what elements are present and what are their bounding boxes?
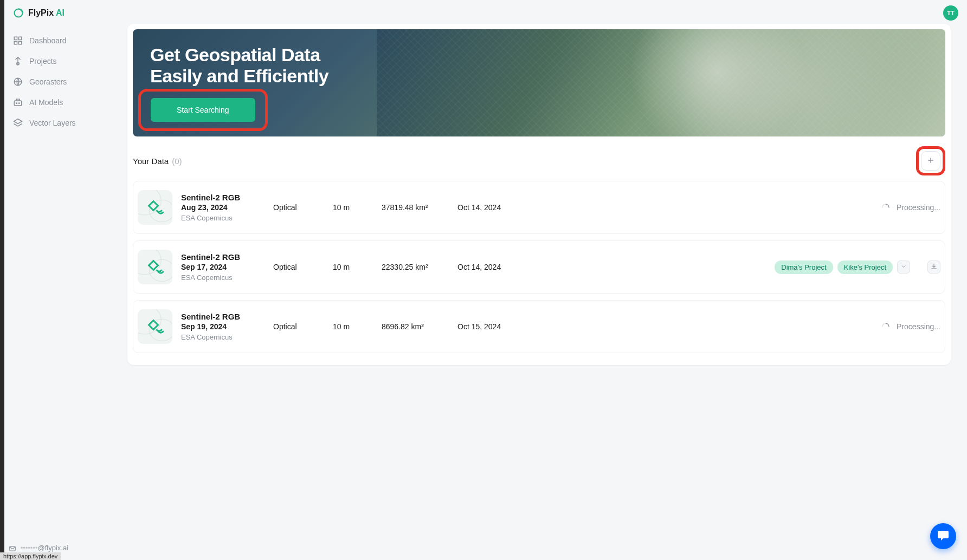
data-area: 37819.48 km² bbox=[382, 203, 457, 212]
sidebar: Dashboard Projects Georasters AI Models … bbox=[4, 26, 126, 138]
project-tag[interactable]: Kike's Project bbox=[837, 261, 893, 274]
data-row[interactable]: Sentinel-2 RGB Sep 17, 2024 ESA Copernic… bbox=[133, 240, 945, 294]
browser-status-tip: https://app.flypix.dev bbox=[0, 552, 61, 560]
hero-title: Get Geospatial Data Easily and Efficient… bbox=[150, 44, 328, 87]
expand-tags-button[interactable] bbox=[897, 261, 910, 274]
data-thumbnail bbox=[138, 250, 172, 284]
data-thumbnail bbox=[138, 190, 172, 225]
sidebar-item-label: Projects bbox=[29, 57, 57, 66]
svg-rect-11 bbox=[149, 261, 158, 270]
footer-email: •••••••@flypix.ai bbox=[9, 544, 68, 552]
chat-button[interactable] bbox=[930, 523, 956, 549]
data-source: ESA Copernicus bbox=[181, 333, 273, 341]
project-tag[interactable]: Dima's Project bbox=[775, 261, 833, 274]
spinner-icon bbox=[881, 322, 890, 331]
data-title: Sentinel-2 RGB bbox=[181, 312, 273, 321]
sidebar-item-label: Georasters bbox=[29, 77, 67, 86]
data-thumbnail bbox=[138, 309, 172, 344]
spinner-icon bbox=[881, 203, 890, 212]
section-title: Your Data (0) bbox=[133, 157, 182, 166]
svg-rect-2 bbox=[19, 37, 22, 40]
data-info: Sentinel-2 RGB Sep 17, 2024 ESA Copernic… bbox=[181, 252, 273, 282]
data-info: Sentinel-2 RGB Aug 23, 2024 ESA Copernic… bbox=[181, 193, 273, 222]
data-list: Sentinel-2 RGB Aug 23, 2024 ESA Copernic… bbox=[127, 181, 951, 365]
processing-status: Processing... bbox=[881, 203, 940, 212]
svg-rect-4 bbox=[19, 42, 22, 44]
svg-rect-7 bbox=[14, 101, 22, 106]
data-created: Oct 14, 2024 bbox=[457, 203, 609, 212]
data-resolution: 10 m bbox=[333, 322, 382, 331]
add-button-highlight bbox=[916, 146, 945, 175]
add-data-button[interactable] bbox=[921, 151, 940, 171]
logo-text: FlyPix AI bbox=[28, 8, 65, 18]
data-created: Oct 15, 2024 bbox=[457, 322, 609, 331]
hero-satellite-image bbox=[377, 29, 945, 136]
data-type: Optical bbox=[273, 263, 333, 271]
sidebar-item-georasters[interactable]: Georasters bbox=[4, 71, 126, 92]
svg-rect-1 bbox=[14, 37, 17, 40]
sidebar-item-label: Dashboard bbox=[29, 36, 67, 45]
main-content: Get Geospatial Data Easily and Efficient… bbox=[127, 24, 951, 365]
sidebar-item-projects[interactable]: Projects bbox=[4, 51, 126, 71]
svg-rect-10 bbox=[149, 201, 158, 211]
data-status: Dima's Project Kike's Project bbox=[609, 261, 940, 274]
data-date: Sep 17, 2024 bbox=[181, 263, 273, 271]
chat-icon bbox=[937, 529, 950, 544]
aimodels-icon bbox=[13, 97, 23, 107]
svg-rect-12 bbox=[149, 321, 158, 330]
hero-button-highlight: Start Searching bbox=[138, 89, 268, 131]
data-info: Sentinel-2 RGB Sep 19, 2024 ESA Copernic… bbox=[181, 312, 273, 341]
data-resolution: 10 m bbox=[333, 203, 382, 212]
data-source: ESA Copernicus bbox=[181, 274, 273, 282]
left-edge-strip bbox=[0, 0, 4, 560]
data-area: 22330.25 km² bbox=[382, 263, 457, 271]
data-type: Optical bbox=[273, 203, 333, 212]
sidebar-item-vectorlayers[interactable]: Vector Layers bbox=[4, 113, 126, 133]
svg-point-9 bbox=[19, 103, 20, 104]
logo-icon bbox=[13, 8, 24, 18]
data-title: Sentinel-2 RGB bbox=[181, 193, 273, 202]
dashboard-icon bbox=[13, 36, 23, 45]
header: FlyPix AI TT bbox=[4, 0, 967, 26]
svg-rect-3 bbox=[14, 42, 17, 44]
data-title: Sentinel-2 RGB bbox=[181, 252, 273, 262]
svg-point-8 bbox=[16, 103, 17, 104]
data-row[interactable]: Sentinel-2 RGB Sep 19, 2024 ESA Copernic… bbox=[133, 300, 945, 353]
download-button[interactable] bbox=[927, 261, 940, 274]
georasters-icon bbox=[13, 77, 23, 87]
data-resolution: 10 m bbox=[333, 263, 382, 271]
logo[interactable]: FlyPix AI bbox=[13, 8, 65, 18]
data-status: Processing... bbox=[609, 322, 940, 331]
sidebar-item-label: AI Models bbox=[29, 98, 63, 107]
sidebar-item-dashboard[interactable]: Dashboard bbox=[4, 30, 126, 51]
data-status: Processing... bbox=[609, 203, 940, 212]
data-date: Sep 19, 2024 bbox=[181, 322, 273, 331]
data-date: Aug 23, 2024 bbox=[181, 203, 273, 212]
vectorlayers-icon bbox=[13, 118, 23, 128]
projects-icon bbox=[13, 56, 23, 66]
chevron-down-icon bbox=[900, 263, 907, 271]
data-row[interactable]: Sentinel-2 RGB Aug 23, 2024 ESA Copernic… bbox=[133, 181, 945, 234]
data-area: 8696.82 km² bbox=[382, 322, 457, 331]
avatar[interactable]: TT bbox=[943, 5, 958, 21]
hero-content: Get Geospatial Data Easily and Efficient… bbox=[150, 44, 328, 87]
section-header: Your Data (0) bbox=[127, 142, 951, 181]
data-source: ESA Copernicus bbox=[181, 214, 273, 222]
hero-banner: Get Geospatial Data Easily and Efficient… bbox=[133, 29, 945, 136]
sidebar-item-label: Vector Layers bbox=[29, 119, 76, 127]
start-searching-button[interactable]: Start Searching bbox=[151, 98, 255, 122]
plus-icon bbox=[926, 156, 935, 166]
sidebar-item-aimodels[interactable]: AI Models bbox=[4, 92, 126, 113]
data-type: Optical bbox=[273, 322, 333, 331]
processing-status: Processing... bbox=[881, 322, 940, 331]
data-created: Oct 14, 2024 bbox=[457, 263, 609, 271]
download-icon bbox=[930, 263, 938, 272]
